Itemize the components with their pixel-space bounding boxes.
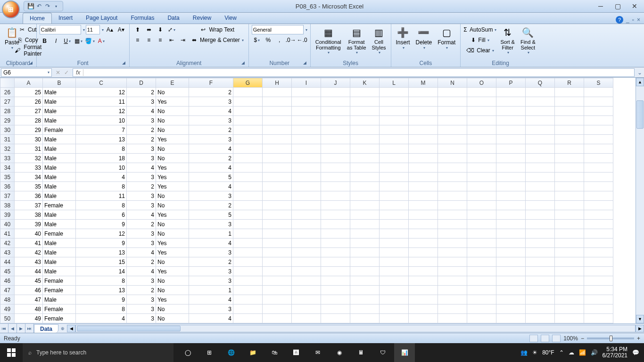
weather-icon[interactable]: ☀ [532,349,537,356]
increase-decimal-icon[interactable]: .0→ [286,35,296,45]
cell-L35[interactable] [380,173,409,182]
row-header-27[interactable]: 27 [0,97,15,107]
cell-F32[interactable]: 4 [189,144,233,154]
insert-cells-button[interactable]: ➕Insert▾ [394,25,412,51]
cell-O47[interactable] [467,286,496,295]
cell-F43[interactable]: 3 [189,248,233,257]
cell-B30[interactable]: Female [43,125,76,135]
cell-J36[interactable] [321,182,350,191]
row-header-47[interactable]: 47 [0,286,15,295]
cell-D38[interactable]: 3 [127,201,156,210]
cell-A30[interactable]: 29 [15,125,43,135]
cell-H45[interactable] [263,267,292,276]
cell-N48[interactable] [438,295,467,304]
row-header-39[interactable]: 39 [0,210,15,220]
cell-E39[interactable]: Yes [156,210,189,220]
col-header-R[interactable]: R [555,78,584,88]
cell-Q28[interactable] [526,107,555,116]
number-format-select[interactable] [252,25,304,34]
cell-N39[interactable] [438,210,467,220]
sort-filter-button[interactable]: ⇅Sort & Filter▾ [498,25,517,56]
cell-Q45[interactable] [526,267,555,276]
cell-Q37[interactable] [526,191,555,201]
cell-R29[interactable] [555,116,584,125]
cell-K32[interactable] [350,144,380,154]
cell-C32[interactable]: 8 [76,144,127,154]
cell-L33[interactable] [380,154,409,163]
cell-D43[interactable]: 4 [127,248,156,257]
cell-Q27[interactable] [526,97,555,107]
cell-N30[interactable] [438,125,467,135]
cell-K40[interactable] [350,220,380,229]
cell-A37[interactable]: 36 [15,191,43,201]
delete-cells-button[interactable]: ➖Delete▾ [414,25,434,51]
cell-K44[interactable] [350,257,380,267]
cell-K35[interactable] [350,173,380,182]
cell-E44[interactable]: No [156,257,189,267]
cell-Q42[interactable] [526,239,555,248]
cell-S41[interactable] [584,229,613,239]
cell-A45[interactable]: 44 [15,267,43,276]
row-header-31[interactable]: 31 [0,135,15,144]
cell-M45[interactable] [409,267,438,276]
cell-J30[interactable] [321,125,350,135]
cell-C48[interactable]: 9 [76,295,127,304]
cell-L39[interactable] [380,210,409,220]
cell-C44[interactable]: 15 [76,257,127,267]
cell-Q29[interactable] [526,116,555,125]
sheet-nav-prev-icon[interactable]: ◀ [8,324,17,333]
align-top-icon[interactable]: ⬆ [132,25,143,34]
cell-K45[interactable] [350,267,380,276]
cell-A31[interactable]: 30 [15,135,43,144]
cell-S49[interactable] [584,304,613,314]
cell-J43[interactable] [321,248,350,257]
task-view-icon[interactable]: ⊞ [199,343,220,362]
cell-J27[interactable] [321,97,350,107]
cell-B50[interactable]: Female [43,314,76,323]
chrome-icon[interactable]: ◉ [329,343,350,362]
tray-chevron-icon[interactable]: ⌃ [559,349,564,356]
cell-R36[interactable] [555,182,584,191]
cell-J44[interactable] [321,257,350,267]
meet-now-icon[interactable]: 👥 [520,349,528,356]
cell-D37[interactable]: 3 [127,191,156,201]
namebox-dropdown-icon[interactable]: ▾ [48,70,50,74]
cell-J39[interactable] [321,210,350,220]
cell-Q34[interactable] [526,163,555,173]
cell-B28[interactable]: Male [43,107,76,116]
cell-P36[interactable] [496,182,526,191]
cell-F50[interactable]: 4 [189,314,233,323]
cell-L47[interactable] [380,286,409,295]
alignment-dialog-icon[interactable]: ◢ [241,60,245,65]
cell-R42[interactable] [555,239,584,248]
cell-I33[interactable] [292,154,321,163]
cell-O37[interactable] [467,191,496,201]
cell-M38[interactable] [409,201,438,210]
cell-J45[interactable] [321,267,350,276]
hscroll-thumb[interactable] [77,326,181,331]
cell-E36[interactable]: Yes [156,182,189,191]
cell-G31[interactable] [233,135,263,144]
cell-S29[interactable] [584,116,613,125]
close-button[interactable]: ✕ [630,1,639,11]
cell-R46[interactable] [555,276,584,286]
cell-J28[interactable] [321,107,350,116]
decrease-font-icon[interactable]: A▾ [116,25,126,34]
cell-Q35[interactable] [526,173,555,182]
cell-N38[interactable] [438,201,467,210]
cell-B36[interactable]: Male [43,182,76,191]
cell-E31[interactable]: Yes [156,135,189,144]
cell-C26[interactable]: 12 [76,88,127,97]
cell-O26[interactable] [467,88,496,97]
font-size-select[interactable] [86,25,100,34]
edge-icon[interactable]: 🌐 [221,343,241,362]
page-break-view-icon[interactable] [552,335,561,342]
cell-O30[interactable] [467,125,496,135]
col-header-N[interactable]: N [438,78,467,88]
cell-R28[interactable] [555,107,584,116]
cell-B27[interactable]: Male [43,97,76,107]
cell-H43[interactable] [263,248,292,257]
cell-B44[interactable]: Male [43,257,76,267]
mail-icon[interactable]: ✉ [307,343,328,362]
cell-A42[interactable]: 41 [15,239,43,248]
